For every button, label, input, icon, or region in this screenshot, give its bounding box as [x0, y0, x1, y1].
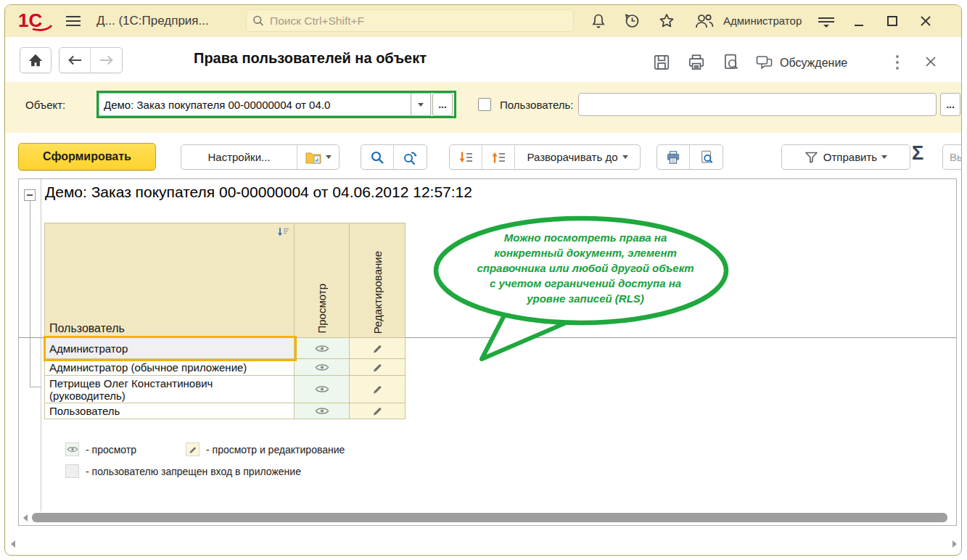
print-blue-icon: [665, 150, 681, 165]
group-bracket-line: [30, 201, 30, 387]
close-window-icon[interactable]: [919, 15, 932, 28]
edit-right-cell[interactable]: [350, 338, 406, 359]
chevron-down-icon: [418, 103, 424, 107]
object-field-highlight: ...: [96, 91, 456, 118]
forward-button[interactable]: [91, 48, 122, 73]
report-variants-button[interactable]: [297, 145, 339, 169]
find-icon: [370, 150, 384, 165]
page-title: Права пользователей на объект: [194, 50, 427, 67]
funnel-icon: [805, 151, 819, 164]
view-right-cell[interactable]: [295, 338, 350, 359]
pencil-icon: [372, 362, 383, 373]
view-right-cell[interactable]: [295, 403, 350, 419]
edit-right-cell[interactable]: [350, 376, 406, 403]
legend-noaccess-label: - пользователю запрещен вход в приложени…: [86, 466, 301, 477]
user-label: Пользователь:: [500, 99, 574, 111]
user-filter-checkbox[interactable]: [478, 98, 491, 111]
filter-row: Объект: ... Пользователь: ...: [5, 82, 961, 133]
minimize-icon[interactable]: [852, 15, 865, 28]
inner-horizontal-scrollbar[interactable]: [32, 513, 947, 522]
generate-button[interactable]: Сформировать: [18, 143, 156, 170]
view-right-cell[interactable]: [295, 359, 350, 376]
search-input[interactable]: [270, 15, 567, 28]
view-settings-icon[interactable]: [816, 14, 836, 30]
print-preview-button[interactable]: [690, 145, 723, 169]
find-next-button[interactable]: [394, 145, 427, 169]
scroll-left-arrow[interactable]: [11, 540, 15, 548]
group-gutter-divider: [41, 179, 41, 511]
edit-right-cell[interactable]: [350, 359, 406, 376]
rights-table: Пользователь Просмотр Редактирование Адм…: [44, 223, 406, 419]
legend-edit-label: - просмотр и редактирование: [206, 444, 345, 456]
main-menu-icon[interactable]: [65, 13, 82, 29]
collapse-all-button[interactable]: [482, 145, 515, 169]
settings-button[interactable]: Настройки...: [181, 145, 297, 169]
print-report-button[interactable]: [657, 145, 690, 169]
1c-logo-icon: 1С: [18, 11, 53, 31]
expand-all-button[interactable]: [450, 145, 482, 169]
pencil-icon: [372, 384, 383, 395]
forward-icon: [99, 54, 115, 66]
report-toolbar: Сформировать Настройки...: [5, 133, 961, 178]
svg-text:1С: 1С: [18, 11, 42, 31]
nav-buttons: [59, 47, 123, 73]
inner-scroll-left-arrow[interactable]: [23, 514, 28, 522]
send-group: Отправить: [781, 144, 910, 170]
users-icon[interactable]: [694, 13, 715, 29]
search-group: [361, 144, 427, 170]
discussion-label: Обсуждение: [780, 57, 847, 70]
maximize-icon[interactable]: [886, 15, 899, 28]
table-row-user[interactable]: Администратор (обычное приложение): [45, 359, 295, 376]
discussion-button[interactable]: Обсуждение: [755, 54, 847, 72]
clipped-toolbar-button[interactable]: Вы: [942, 144, 962, 170]
folder-report-icon: [305, 151, 321, 164]
favorites-star-icon[interactable]: [658, 12, 675, 30]
table-row-user[interactable]: Администратор: [45, 338, 295, 359]
view-right-cell[interactable]: [295, 376, 350, 403]
collapse-group-toggle[interactable]: [24, 189, 36, 201]
scroll-right-arrow[interactable]: [952, 540, 957, 548]
preview-icon: [722, 53, 741, 72]
eye-icon: [315, 363, 329, 372]
current-user[interactable]: Администратор: [723, 15, 802, 27]
column-header-edit[interactable]: Редактирование: [350, 223, 406, 338]
sum-button[interactable]: Σ: [912, 142, 923, 165]
table-row-user[interactable]: Пользователь: [45, 403, 295, 419]
print-button[interactable]: [687, 53, 706, 72]
settings-group: Настройки...: [181, 144, 340, 170]
more-actions-icon[interactable]: [894, 53, 900, 72]
pencil-icon: [372, 343, 383, 354]
edit-right-cell[interactable]: [350, 403, 406, 419]
save-button[interactable]: [652, 53, 671, 72]
back-button[interactable]: [59, 48, 91, 73]
sort-icon[interactable]: [277, 227, 290, 238]
column-header-view[interactable]: Просмотр: [295, 223, 350, 338]
global-search[interactable]: [246, 9, 574, 32]
expand-to-button[interactable]: Разворачивать до: [515, 145, 640, 169]
send-button[interactable]: Отправить: [782, 145, 910, 169]
table-row-user[interactable]: Петрищев Олег Константинович (руководите…: [45, 376, 295, 403]
preview-button[interactable]: [722, 53, 741, 72]
preview-blue-icon: [699, 150, 715, 165]
window-scrollbar-area: [5, 535, 961, 553]
title-bar: 1С Д... (1С:Предприя...: [5, 5, 961, 37]
home-button[interactable]: [20, 47, 52, 73]
legend-edit-swatch: [186, 442, 199, 456]
user-choose-button[interactable]: ...: [940, 93, 960, 116]
object-input[interactable]: [99, 93, 411, 116]
column-header-user[interactable]: Пользователь: [45, 223, 295, 338]
collapse-up-icon: [491, 151, 506, 164]
app-title: Д... (1С:Предприя...: [96, 14, 209, 28]
user-input[interactable]: [578, 93, 937, 116]
object-dropdown-button[interactable]: [411, 93, 431, 116]
find-button[interactable]: [361, 145, 394, 169]
history-icon[interactable]: [623, 12, 641, 30]
discussion-icon: [755, 54, 774, 72]
eye-icon: [315, 406, 329, 416]
expand-group: Разворачивать до: [449, 144, 641, 170]
object-choose-button[interactable]: ...: [432, 93, 453, 116]
legend-view-swatch: [65, 442, 79, 456]
close-form-icon[interactable]: [923, 54, 938, 69]
notifications-bell-icon[interactable]: [590, 12, 607, 30]
print-group: [657, 144, 723, 170]
